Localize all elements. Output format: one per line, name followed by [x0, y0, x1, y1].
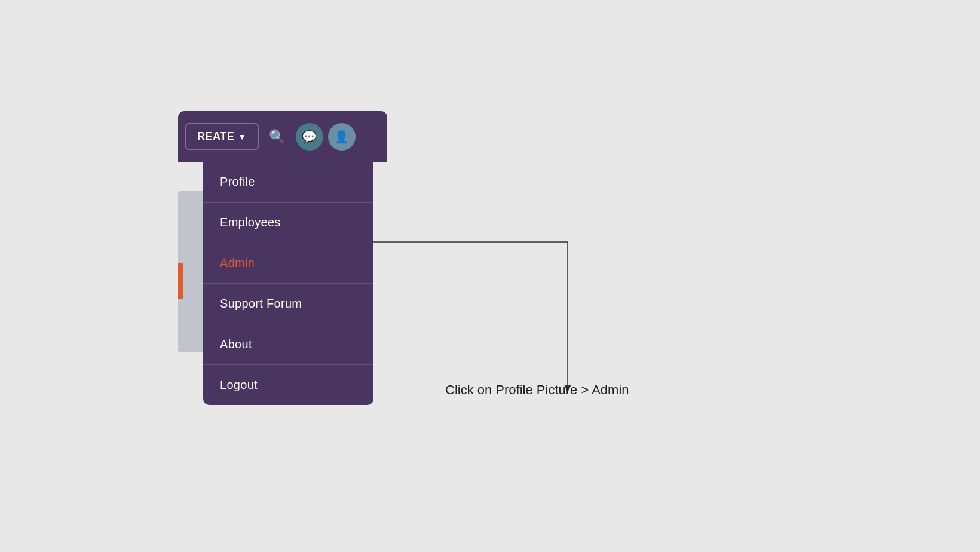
annotation-text: Click on Profile Picture > Admin	[445, 382, 629, 398]
profile-button[interactable]: 👤	[328, 123, 356, 151]
dropdown-item-logout[interactable]: Logout	[203, 365, 373, 405]
profile-dropdown: Profile Employees Admin Support Forum Ab…	[203, 162, 373, 405]
navbar: REATE ▼ 🔍 💬 👤	[178, 111, 387, 162]
search-button[interactable]: 🔍	[264, 123, 291, 151]
profile-icon: 👤	[334, 130, 349, 144]
dropdown-item-profile[interactable]: Profile	[203, 162, 373, 203]
sidebar-accent	[178, 263, 183, 299]
notification-icon: 💬	[302, 130, 317, 144]
create-button[interactable]: REATE ▼	[185, 123, 259, 150]
create-label: REATE	[197, 130, 234, 143]
dropdown-item-employees[interactable]: Employees	[203, 203, 373, 243]
search-icon: 🔍	[269, 129, 285, 145]
dropdown-item-about[interactable]: About	[203, 324, 373, 365]
chevron-down-icon: ▼	[238, 132, 246, 142]
dropdown-item-support-forum[interactable]: Support Forum	[203, 284, 373, 324]
dropdown-item-admin[interactable]: Admin	[203, 243, 373, 284]
notification-button[interactable]: 💬	[296, 123, 323, 151]
